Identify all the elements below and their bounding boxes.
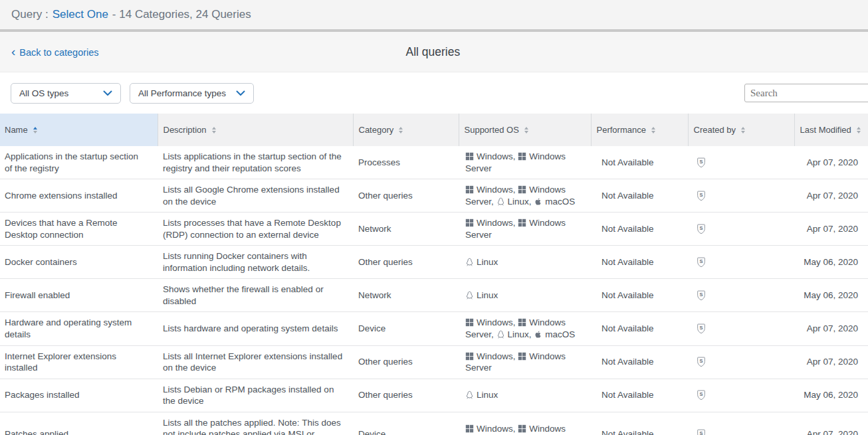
- performance-cell: Not Available: [591, 179, 688, 213]
- column-header-last-modified[interactable]: Last Modified: [794, 114, 868, 146]
- back-link-label: Back to categories: [19, 46, 98, 57]
- os-type-dropdown[interactable]: All OS types: [11, 83, 121, 104]
- query-name-cell: Chrome extensions installed: [0, 179, 158, 213]
- query-category-cell: Other queries: [353, 345, 459, 379]
- column-header-supported-os[interactable]: Supported OS: [459, 114, 591, 146]
- table-row[interactable]: Chrome extensions installed Lists all Go…: [0, 179, 868, 213]
- query-category-cell: Network: [353, 279, 459, 312]
- svg-text:S: S: [699, 292, 703, 298]
- query-name-cell: Firewall enabled: [0, 279, 158, 312]
- created-by-cell: S: [688, 345, 794, 379]
- query-name-cell: Internet Explorer extensions installed: [0, 345, 158, 379]
- chevron-left-icon: ‹: [11, 45, 15, 58]
- query-category-cell: Other queries: [353, 379, 459, 412]
- query-name-cell: Applications in the startup section of t…: [0, 146, 158, 179]
- query-description-cell: Lists all the patches applied. Note: Thi…: [158, 412, 353, 435]
- column-label: Created by: [694, 125, 736, 135]
- supported-os-cell: Windows, Windows Server: [459, 345, 591, 379]
- created-by-cell: S: [688, 213, 794, 246]
- windows-icon: Windows,: [465, 218, 516, 228]
- last-modified-cell: Apr 07, 2020: [794, 213, 868, 246]
- column-header-category[interactable]: Category: [353, 114, 459, 146]
- performance-type-dropdown-value: All Performance types: [138, 88, 226, 98]
- last-modified-cell: May 06, 2020: [794, 379, 868, 412]
- created-by-cell: S: [688, 379, 794, 412]
- shield-s-icon: S: [696, 390, 706, 400]
- column-header-performance[interactable]: Performance: [591, 114, 688, 146]
- svg-text:S: S: [699, 358, 703, 364]
- performance-cell: Not Available: [591, 412, 688, 435]
- windows-icon: Windows,: [465, 424, 516, 434]
- column-header-description[interactable]: Description: [158, 114, 353, 146]
- query-category-cell: Network: [353, 213, 459, 246]
- svg-text:S: S: [699, 225, 703, 231]
- table-row[interactable]: Firewall enabled Shows whether the firew…: [0, 279, 868, 312]
- svg-text:S: S: [699, 192, 703, 198]
- table-row[interactable]: Patches applied Lists all the patches ap…: [0, 412, 868, 435]
- svg-text:S: S: [699, 159, 703, 165]
- supported-os-cell: Windows, Windows Server: [459, 412, 591, 435]
- sort-icon: [651, 127, 655, 133]
- table-row[interactable]: Hardware and operating system details Li…: [0, 312, 868, 345]
- search-input[interactable]: [744, 84, 868, 102]
- performance-cell: Not Available: [591, 213, 688, 246]
- last-modified-cell: Apr 07, 2020: [794, 345, 868, 379]
- linux-icon: Linux: [465, 390, 498, 400]
- shield-s-icon: S: [696, 429, 706, 435]
- created-by-cell: S: [688, 279, 794, 312]
- table-row[interactable]: Devices that have a Remote Desktop conne…: [0, 213, 868, 246]
- column-label: Category: [359, 125, 394, 135]
- query-select-link[interactable]: Select One: [53, 8, 108, 21]
- table-row[interactable]: Applications in the startup section of t…: [0, 146, 868, 179]
- performance-type-dropdown[interactable]: All Performance types: [130, 83, 254, 104]
- supported-os-cell: Linux: [459, 379, 591, 412]
- column-header-name[interactable]: Name: [0, 114, 158, 146]
- created-by-cell: S: [688, 179, 794, 213]
- column-label: Supported OS: [465, 125, 519, 135]
- apple-icon: macOS: [534, 329, 575, 339]
- back-to-categories-link[interactable]: ‹ Back to categories: [11, 46, 99, 58]
- query-description-cell: Shows whether the firewall is enabled or…: [158, 279, 353, 312]
- column-label: Performance: [597, 125, 646, 135]
- filter-bar: All OS types All Performance types: [0, 72, 868, 114]
- svg-text:S: S: [699, 258, 703, 264]
- column-header-created-by[interactable]: Created by: [688, 114, 794, 146]
- query-name-cell: Devices that have a Remote Desktop conne…: [0, 213, 158, 246]
- chevron-down-icon: [103, 90, 112, 96]
- query-category-cell: Other queries: [353, 246, 459, 279]
- windows-icon: Windows,: [465, 317, 516, 327]
- performance-cell: Not Available: [591, 146, 688, 179]
- chevron-down-icon: [236, 90, 245, 96]
- query-description-cell: Lists hardware and operating system deta…: [158, 312, 353, 345]
- created-by-cell: S: [688, 412, 794, 435]
- created-by-cell: S: [688, 146, 794, 179]
- svg-text:S: S: [699, 430, 703, 435]
- shield-s-icon: S: [696, 357, 706, 367]
- query-description-cell: Lists all Google Chrome extensions insta…: [158, 179, 353, 213]
- query-description-cell: Lists all Internet Explorer extensions i…: [158, 345, 353, 379]
- sort-icon: [212, 127, 216, 133]
- performance-cell: Not Available: [591, 345, 688, 379]
- last-modified-cell: Apr 07, 2020: [794, 146, 868, 179]
- column-label: Last Modified: [800, 125, 851, 135]
- sort-icon: [399, 127, 403, 133]
- shield-s-icon: S: [696, 190, 706, 200]
- query-description-cell: Lists processes that have a Remote Deskt…: [158, 213, 353, 246]
- table-row[interactable]: Docker containers Lists running Docker c…: [0, 246, 868, 279]
- last-modified-cell: May 06, 2020: [794, 246, 868, 279]
- windows-icon: Windows,: [465, 151, 516, 161]
- sub-header: ‹ Back to categories All queries: [0, 32, 868, 72]
- column-label: Description: [163, 125, 207, 135]
- supported-os-cell: Linux: [459, 279, 591, 312]
- query-name-cell: Packages installed: [0, 379, 158, 412]
- page-title: All queries: [406, 45, 461, 59]
- table-row[interactable]: Packages installed Lists Debian or RPM p…: [0, 379, 868, 412]
- query-category-cell: Device: [353, 312, 459, 345]
- table-row[interactable]: Internet Explorer extensions installed L…: [0, 345, 868, 379]
- linux-icon: Linux: [465, 257, 498, 267]
- shield-s-icon: S: [696, 290, 706, 300]
- query-description-cell: Lists Debian or RPM packages installed o…: [158, 379, 353, 412]
- top-bar: Query : Select One - 14 Categories, 24 Q…: [0, 0, 868, 29]
- query-summary: - 14 Categories, 24 Queries: [112, 8, 251, 21]
- queries-table: Name Description Category Supported OS P…: [0, 114, 868, 435]
